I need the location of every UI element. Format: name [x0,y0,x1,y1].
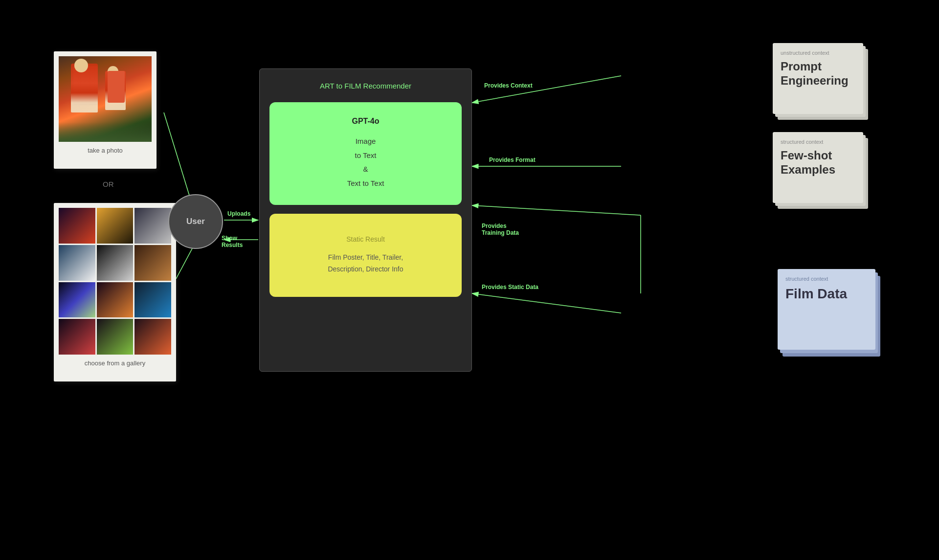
gallery-card[interactable]: choose from a gallery [54,203,176,381]
gallery-grid [59,208,171,355]
or-text: OR [103,180,114,188]
filmdata-card-small-label: structured context [785,276,868,282]
gpt-line3: Text to Text [347,179,384,187]
main-box: ART to FILM Recommender GPT-4o Image to … [259,68,472,372]
filmdata-card-title: Film Data [785,286,868,302]
svg-line-9 [472,293,621,313]
filmdata-card: structured context Film Data [778,269,875,350]
static-title: Static Result [346,235,385,243]
provides-context-label: Provides Context [484,82,533,89]
show-results-label: Show Results [222,235,243,248]
diagram: take a photo OR choose from a gallery Us… [0,0,939,560]
static-box: Static Result Film Poster, Title, Traile… [269,214,462,297]
svg-line-5 [472,76,621,103]
prompt-card-title: Prompt Engineering [781,60,855,88]
svg-line-8 [472,205,641,215]
polaroid-label: take a photo [59,147,152,154]
gpt-content: Image to Text & Text to Text [347,134,384,190]
user-circle: User [168,194,223,249]
provides-static-label: Provides Static Data [482,284,538,291]
art-film-label: ART to FILM Recommender [269,82,462,90]
fewshot-card: structured context Few-shot Examples [773,132,863,203]
fewshot-card-title: Few-shot Examples [781,149,855,177]
polaroid-photo[interactable]: take a photo [54,51,156,169]
static-content: Film Poster, Title, Trailer, Description… [328,252,403,275]
gpt-ampersand: & [363,165,368,173]
prompt-card-small-label: unstructured context [781,50,855,56]
provides-training-label: Provides Training Data [482,223,519,236]
gpt-line1: Image [356,137,376,145]
user-label: User [186,217,205,226]
uploads-label: Uploads [227,210,250,217]
provides-format-label: Provides Format [489,157,536,163]
gpt-title: GPT-4o [352,117,379,126]
fewshot-card-small-label: structured context [781,139,855,145]
gallery-label: choose from a gallery [59,359,171,367]
gpt-line2: to Text [355,151,377,159]
prompt-engineering-card: unstructured context Prompt Engineering [773,43,863,114]
gpt-box: GPT-4o Image to Text & Text to Text [269,102,462,205]
